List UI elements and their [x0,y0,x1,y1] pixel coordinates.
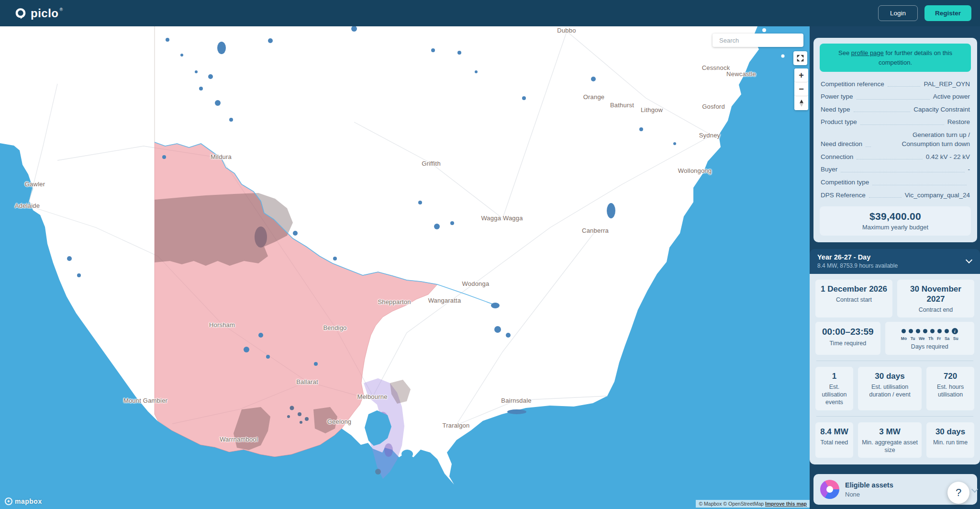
map-label: Mildura [211,153,232,160]
eligible-assets-title: Eligible assets [845,481,893,489]
detail-row-connection: Connection0.42 kV - 22 kV [820,150,971,163]
map-label: Warrnambool [220,436,258,443]
map-label: Sydney [699,132,721,139]
competition-details-list: Competition referencePAL_REP_OYN Power t… [820,78,971,202]
period-header[interactable]: Year 26-27 - Day 8.4 MW, 8753.9 hours av… [810,249,980,274]
time-required-tile: 00:00–23:59 Time required [815,322,880,354]
period-title: Year 26-27 - Day [817,253,972,261]
map-label: Gawler [25,181,45,188]
mapbox-icon: ✦ [5,498,12,505]
contract-end-tile: 30 November 2027 Contract end [897,280,974,318]
chevron-down-icon[interactable] [971,486,978,493]
detail-row-dps-reference: DPS ReferenceVic_company_qual_24 [820,189,971,202]
min-aggregate-tile: 3 MW Min. aggregate asset size [858,422,922,458]
registered-mark: ® [60,7,63,12]
map-label: Mount Gambier [123,397,167,404]
map-label: Adelaide [15,202,40,209]
map-label: Bendigo [323,324,346,331]
est-duration-tile: 30 days Est. utilisation duration / even… [858,367,922,410]
budget-tile: $39,400.00 Maximum yearly budget [820,206,971,236]
map-label: Horsham [209,321,235,328]
register-button[interactable]: Register [924,5,971,21]
map-label: Wagga Wagga [481,215,523,222]
fullscreen-icon [796,54,804,62]
map-label: Melbourne [357,393,387,400]
help-button[interactable]: ? [947,482,969,504]
fullscreen-button[interactable] [793,51,807,65]
detail-row-power-type: Power typeActive power [820,90,971,103]
login-button[interactable]: Login [878,5,918,21]
zoom-out-button[interactable]: − [794,82,808,96]
day-names: MoTu WeTh FrSa Su [888,336,971,341]
est-events-tile: 1 Est. utilisation events [815,367,853,410]
compass-icon [799,99,804,107]
map-search-box[interactable] [713,34,803,47]
logo-text: piclo [31,7,59,20]
map-label: Lithgow [641,106,663,113]
competition-sidebar: See profile page for further details on … [810,26,980,509]
est-hours-tile: 720 Est. hours utilisation [926,367,974,410]
piclo-bubble-icon [14,7,27,20]
profile-banner: See profile page for further details on … [820,44,971,72]
days-required-tile: i MoTu WeTh FrSa Su Days required [885,322,974,354]
mapbox-attribution[interactable]: © Mapbox [699,501,722,507]
contract-start-tile: 1 December 2026 Contract start [815,280,892,318]
period-card: Year 26-27 - Day 8.4 MW, 8753.9 hours av… [810,249,980,465]
map-geography [0,26,810,509]
eligible-assets-value: None [845,491,893,498]
min-run-tile: 30 days Min. run time [926,422,974,458]
piclo-logo[interactable]: piclo ® [14,7,63,20]
divider [816,361,973,361]
competition-summary-card: See profile page for further details on … [813,38,977,242]
divider [816,416,973,417]
assets-donut-icon [820,480,839,499]
detail-row-buyer: Buyer- [820,163,971,176]
period-body: 1 December 2026 Contract start 30 Novemb… [810,274,980,465]
map-label: Bairnsdale [501,397,531,404]
map-attribution: © Mapbox © OpenStreetMap Improve this ma… [696,500,810,508]
info-icon[interactable]: i [952,328,958,334]
map-label: Wangaratta [428,297,461,304]
period-subtitle: 8.4 MW, 8753.9 hours available [817,262,972,269]
map-label: Shepparton [378,298,411,305]
improve-map-link[interactable]: Improve this map [765,501,807,507]
zoom-in-button[interactable]: + [794,68,808,82]
search-input[interactable] [719,37,803,44]
map-label: Geelong [327,418,352,425]
total-need-tile: 8.4 MW Total need [815,422,853,458]
map-label: Dubbo [557,27,576,34]
map-label: Wodonga [462,280,490,287]
map-canvas[interactable]: DubboCessnockNewcastleOrangeBathurstLith… [0,26,810,509]
map-label: Traralgon [443,422,470,429]
map-label: Canberra [582,227,609,234]
zoom-controls: + − [794,68,808,110]
map-label: Cessnock [702,64,730,71]
detail-row-product-type: Product typeRestore [820,116,971,129]
detail-row-competition-type: Competition type [820,176,971,189]
budget-amount: $39,400.00 [824,211,966,222]
eligible-assets-card[interactable]: Eligible assets None ? [813,474,977,505]
compass-button[interactable] [794,96,808,110]
map-label: Orange [583,93,605,101]
top-navigation-bar: piclo ® Login Register [0,0,980,26]
map-label: Gosford [702,103,725,110]
mapbox-logo[interactable]: ✦ mapbox [5,498,42,505]
map-label: Newcastle [726,70,756,78]
budget-label: Maximum yearly budget [824,224,966,231]
map-label: Ballarat [296,378,318,385]
detail-row-need-direction: Need directionGeneration turn up / Consu… [820,128,971,150]
osm-attribution[interactable]: © OpenStreetMap [723,501,764,507]
detail-row-need-type: Need typeCapacity Constraint [820,103,971,116]
map-label: Wollongong [678,167,712,174]
map-label: Bathurst [610,102,634,109]
map-label: Griffith [422,160,441,167]
detail-row-competition-reference: Competition referencePAL_REP_OYN [820,78,971,90]
day-dots: i [888,328,971,334]
profile-page-link[interactable]: profile page [851,49,884,57]
